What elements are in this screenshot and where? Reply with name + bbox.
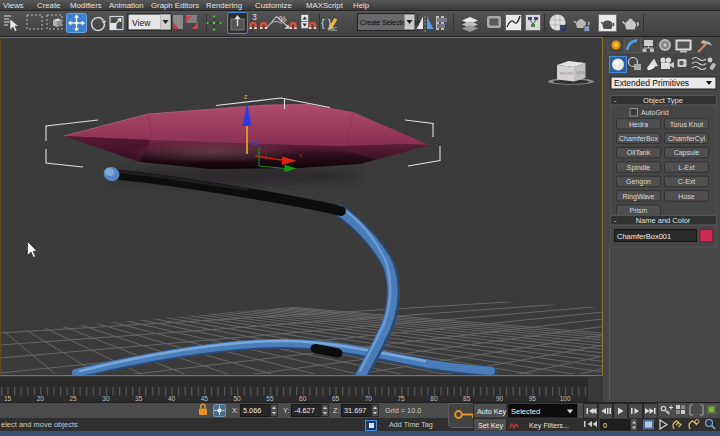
svg-text:View: View [132,18,151,28]
svg-text:Prism: Prism [630,207,648,214]
svg-text:x: x [299,152,302,158]
svg-text:Name and Color: Name and Color [636,216,691,225]
svg-text:Torus Knot: Torus Knot [670,121,704,128]
svg-text:95: 95 [529,395,537,402]
svg-text:ChamferBox001: ChamferBox001 [617,232,671,241]
svg-text:-4.627: -4.627 [294,406,315,415]
svg-text:L-Ext: L-Ext [678,164,694,171]
svg-text:Z:: Z: [333,406,340,415]
svg-text:55: 55 [266,395,274,402]
svg-text:Hose: Hose [678,193,694,200]
svg-text:0: 0 [603,421,607,430]
svg-text:20: 20 [37,395,45,402]
svg-text:Object Type: Object Type [643,96,683,105]
svg-text:15: 15 [4,395,12,402]
svg-text:3: 3 [252,12,257,22]
svg-text:X:: X: [232,406,239,415]
svg-text:OilTank: OilTank [627,149,651,156]
svg-text:Capsule: Capsule [674,149,700,157]
svg-text:Gengon: Gengon [626,178,651,186]
svg-text:ChamferCyl: ChamferCyl [668,135,705,143]
svg-text:65: 65 [332,395,340,402]
svg-text:Grid = 10.0: Grid = 10.0 [385,406,421,415]
svg-text:30: 30 [102,395,110,402]
svg-text:60: 60 [299,395,307,402]
svg-text:Y:: Y: [283,406,290,415]
svg-text:80: 80 [430,395,438,402]
svg-text:Set Key: Set Key [478,421,504,430]
svg-text:FRONT: FRONT [560,71,574,76]
svg-text:40: 40 [168,395,176,402]
svg-text:45: 45 [201,395,209,402]
svg-text:Selected: Selected [511,407,540,416]
svg-text:Key Filters...: Key Filters... [529,421,569,430]
svg-text:SIDE: SIDE [576,70,586,75]
svg-text:100: 100 [560,395,571,402]
svg-text:Spindle: Spindle [627,164,650,172]
svg-text:C-Ext: C-Ext [678,178,696,185]
svg-text:31.697: 31.697 [344,406,366,415]
svg-text:ChamferBox: ChamferBox [619,135,658,142]
svg-text:z: z [244,93,247,100]
svg-text:AutoGrid: AutoGrid [641,109,669,116]
svg-text:ABC: ABC [328,27,338,32]
svg-text:RingWave: RingWave [622,193,654,201]
svg-text:Hedra: Hedra [629,121,648,128]
svg-text:90: 90 [496,395,504,402]
svg-text:%: % [279,14,287,24]
svg-text:85: 85 [463,395,471,402]
svg-text:70: 70 [365,395,373,402]
svg-text:75: 75 [397,395,405,402]
svg-text:35: 35 [135,395,143,402]
svg-text:25: 25 [69,395,77,402]
svg-text:Auto Key: Auto Key [477,407,507,416]
svg-text:50: 50 [233,395,241,402]
svg-text:Extended Primitives: Extended Primitives [614,78,689,88]
svg-text:5.066: 5.066 [243,406,261,415]
